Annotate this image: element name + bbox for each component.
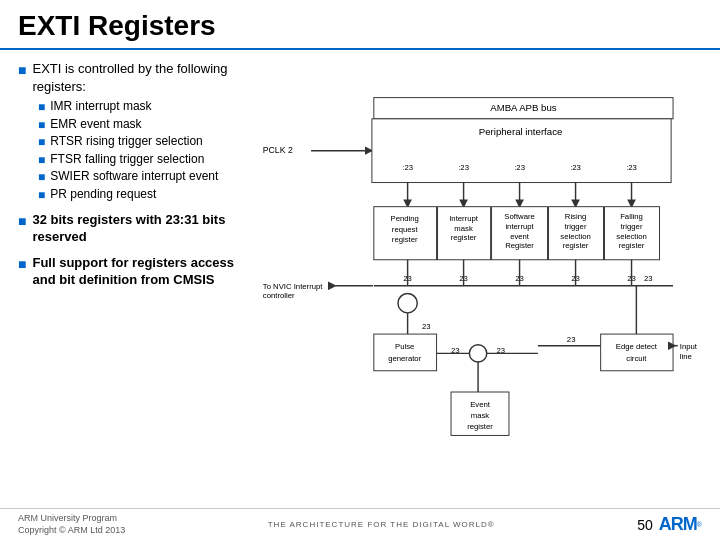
sub-icon-2: ■ [38,118,45,132]
svg-text:Pending: Pending [391,214,419,223]
svg-text:mask: mask [454,224,473,233]
svg-text::23: :23 [626,163,637,172]
svg-text::23: :23 [402,163,413,172]
svg-text:Pulse: Pulse [395,342,414,351]
bullet-text-3: Full support for registers access and bi… [32,254,248,289]
svg-text:request: request [392,225,419,234]
svg-text:selection: selection [560,232,590,241]
sub-icon-6: ■ [38,188,45,202]
sub-text-5: SWIER software interrupt event [50,169,218,185]
bullet-icon-1: ■ [18,62,26,78]
svg-text:Falling: Falling [620,212,643,221]
svg-text:register: register [451,233,477,242]
svg-text:trigger: trigger [621,222,643,231]
left-column: ■ EXTI is controlled by the following re… [18,60,258,502]
svg-text:23: 23 [422,322,431,331]
sub-bullet-5: ■ SWIER software interrupt event [38,169,248,185]
bullet-icon-3: ■ [18,256,26,272]
svg-text:PCLK 2: PCLK 2 [263,145,293,155]
title-area: EXTI Registers [0,0,720,50]
svg-text:Peripheral interface: Peripheral interface [479,126,563,137]
svg-text:Register: Register [505,241,534,250]
main-content: ■ EXTI is controlled by the following re… [0,50,720,502]
footer: ARM University Program Copyright © ARM L… [0,508,720,540]
right-column: AMBA APB bus PCLK 2 Peripheral interface… [258,60,702,502]
svg-text:controller: controller [263,291,295,300]
bullet-text-1: EXTI is controlled by the following regi… [32,60,248,95]
sub-icon-1: ■ [38,100,45,114]
sub-bullets-1: ■ IMR interrupt mask ■ EMR event mask ■ … [38,99,248,203]
svg-text:line: line [680,352,692,361]
svg-text:event: event [510,232,530,241]
footer-left: ARM University Program Copyright © ARM L… [18,513,125,536]
sub-text-3: RTSR rising trigger selection [50,134,203,150]
svg-text:interrupt: interrupt [505,222,534,231]
bullet-primary-3: ■ Full support for registers access and … [18,254,248,289]
sub-icon-3: ■ [38,135,45,149]
svg-text:register: register [619,241,645,250]
bullet-icon-2: ■ [18,213,26,229]
sub-text-1: IMR interrupt mask [50,99,151,115]
sub-bullet-3: ■ RTSR rising trigger selection [38,134,248,150]
svg-text:Edge detect: Edge detect [616,342,658,351]
svg-text::23: :23 [458,163,469,172]
svg-text:generator: generator [388,354,421,363]
svg-text:register: register [467,422,493,431]
bullet-primary-1: ■ EXTI is controlled by the following re… [18,60,248,95]
svg-text:selection: selection [616,232,646,241]
footer-right: 50 ARM ® [637,514,702,535]
footer-center: THE ARCHITECTURE FOR THE DIGITAL WORLD® [268,520,495,529]
svg-text:23: 23 [567,335,576,344]
svg-text:Software: Software [504,212,534,221]
sub-text-2: EMR event mask [50,117,141,133]
arm-logo: ARM ® [659,514,702,535]
footer-company-line2: Copyright © ARM Ltd 2013 [18,525,125,537]
svg-point-60 [469,345,486,362]
svg-text:register: register [392,235,418,244]
sub-icon-5: ■ [38,170,45,184]
sub-bullet-1: ■ IMR interrupt mask [38,99,248,115]
bullet-section-3: ■ Full support for registers access and … [18,254,248,289]
svg-text:Event: Event [470,400,491,409]
bullet-section-2: ■ 32 bits registers with 23:31 bits rese… [18,211,248,246]
svg-text:AMBA APB bus: AMBA APB bus [490,102,557,113]
sub-icon-4: ■ [38,153,45,167]
svg-text:mask: mask [471,411,490,420]
svg-rect-69 [601,334,673,371]
svg-text:Interrupt: Interrupt [449,214,479,223]
footer-tagline: THE ARCHITECTURE FOR THE DIGITAL WORLD® [268,520,495,529]
svg-text:trigger: trigger [565,222,587,231]
sub-bullet-4: ■ FTSR falling trigger selection [38,152,248,168]
diagram-svg: AMBA APB bus PCLK 2 Peripheral interface… [258,60,702,502]
svg-text:Input: Input [680,342,698,351]
svg-text:Rising: Rising [565,212,586,221]
bullet-section-1: ■ EXTI is controlled by the following re… [18,60,248,203]
diagram-container: AMBA APB bus PCLK 2 Peripheral interface… [258,60,702,502]
sub-text-6: PR pending request [50,187,156,203]
svg-text:circuit: circuit [626,354,647,363]
page-title: EXTI Registers [18,10,702,42]
svg-text::23: :23 [570,163,581,172]
footer-page-number: 50 [637,517,653,533]
bullet-primary-2: ■ 32 bits registers with 23:31 bits rese… [18,211,248,246]
svg-rect-56 [374,334,437,371]
sub-text-4: FTSR falling trigger selection [50,152,204,168]
arm-logo-text: ARM [659,514,697,535]
svg-text:To NVIC Interrupt: To NVIC Interrupt [263,282,323,291]
svg-text:register: register [563,241,589,250]
svg-text:23: 23 [644,274,653,283]
sub-bullet-2: ■ EMR event mask [38,117,248,133]
sub-bullet-6: ■ PR pending request [38,187,248,203]
svg-point-53 [398,294,417,313]
bullet-text-2: 32 bits registers with 23:31 bits reserv… [32,211,248,246]
svg-text::23: :23 [514,163,525,172]
footer-company-line1: ARM University Program [18,513,125,525]
